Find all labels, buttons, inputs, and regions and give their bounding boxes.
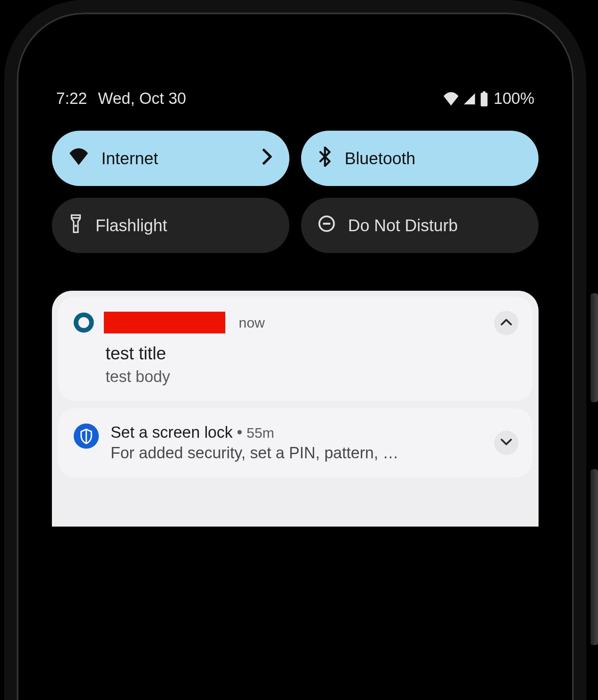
- notification-time: now: [239, 315, 265, 331]
- collapse-button[interactable]: [494, 311, 518, 335]
- qs-tile-label: Internet: [101, 149, 158, 168]
- phone-side-button-1: [590, 293, 598, 402]
- notification-body: test body: [106, 368, 517, 386]
- notification-shade: now test title test body: [52, 291, 539, 527]
- battery-percentage: 100%: [494, 90, 534, 108]
- wifi-icon: [443, 92, 459, 106]
- status-time: 7:22: [56, 90, 87, 108]
- app-icon: [74, 313, 94, 333]
- do-not-disturb-icon: [318, 215, 335, 236]
- svg-point-3: [75, 225, 77, 227]
- notification-title: test title: [106, 344, 517, 364]
- phone-screen: 7:22 Wed, Oct 30 100%: [27, 23, 564, 700]
- chevron-right-icon: [262, 148, 273, 169]
- svg-rect-0: [481, 93, 487, 106]
- qs-tile-internet[interactable]: Internet: [52, 131, 289, 186]
- battery-icon: [479, 91, 489, 106]
- bluetooth-icon: [318, 147, 332, 170]
- flashlight-icon: [69, 214, 83, 238]
- phone-frame: 7:22 Wed, Oct 30 100%: [4, 0, 586, 700]
- qs-tile-label: Do Not Disturb: [348, 216, 458, 235]
- notification-item[interactable]: Set a screen lock • 55m For added securi…: [58, 408, 533, 477]
- status-date: Wed, Oct 30: [98, 90, 186, 108]
- separator-dot: •: [237, 424, 242, 442]
- notification-item[interactable]: now test title test body: [58, 297, 533, 401]
- svg-rect-1: [483, 91, 486, 93]
- chevron-up-icon: [500, 318, 512, 328]
- qs-tile-flashlight[interactable]: Flashlight: [52, 198, 289, 253]
- wifi-icon: [69, 148, 89, 169]
- expand-button[interactable]: [494, 431, 518, 455]
- chevron-down-icon: [500, 438, 512, 447]
- cell-signal-icon: [462, 92, 477, 106]
- qs-tile-label: Flashlight: [95, 216, 167, 235]
- notification-body: For added security, set a PIN, pattern, …: [111, 444, 454, 462]
- status-bar: 7:22 Wed, Oct 30 100%: [52, 90, 539, 122]
- qs-tile-dnd[interactable]: Do Not Disturb: [301, 198, 539, 253]
- notification-title: Set a screen lock: [111, 424, 232, 442]
- notification-time: 55m: [247, 425, 274, 441]
- phone-side-button-2: [590, 469, 598, 645]
- quick-settings: Internet Bluetooth Flashli: [52, 131, 539, 253]
- app-name-redacted: [104, 312, 225, 333]
- qs-tile-bluetooth[interactable]: Bluetooth: [301, 131, 539, 186]
- shield-icon: [74, 424, 99, 449]
- qs-tile-label: Bluetooth: [345, 149, 415, 168]
